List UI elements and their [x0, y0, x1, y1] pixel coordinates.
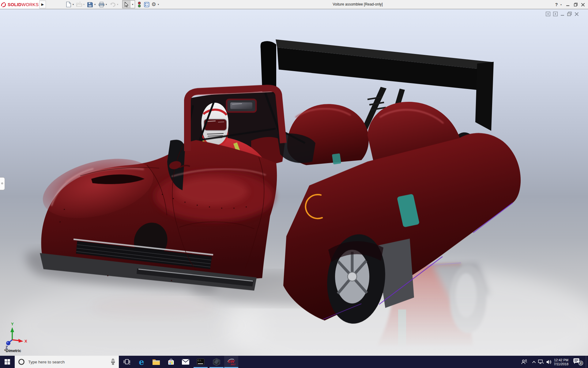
- file-explorer-button[interactable]: [149, 356, 163, 368]
- open-caret[interactable]: ▾: [83, 3, 85, 6]
- command-prompt-icon: C:\: [197, 358, 205, 366]
- sw-year: 2017: [231, 363, 236, 366]
- select-tool-caret[interactable]: ▾: [130, 1, 135, 8]
- triad-y-label: Y: [11, 322, 14, 326]
- print-caret[interactable]: ▾: [106, 3, 107, 6]
- close-icon: [581, 3, 585, 6]
- file-properties-button[interactable]: [143, 1, 150, 8]
- windows-logo-icon: [5, 359, 10, 365]
- print-icon: [99, 2, 104, 7]
- show-desktop-button[interactable]: [586, 356, 586, 368]
- tab-handle-dot: [1, 182, 3, 184]
- network-icon: [538, 359, 544, 365]
- triad-x-label: X: [24, 339, 27, 343]
- tray-overflow-button[interactable]: [531, 356, 537, 368]
- start-button[interactable]: [0, 356, 15, 368]
- view-orientation-label: *Dimetric: [4, 349, 21, 353]
- solidworks-logo: SOLIDWORKS: [0, 0, 39, 9]
- minimize-icon: [566, 3, 570, 6]
- people-button[interactable]: [520, 356, 529, 368]
- graphics-viewport[interactable]: Y X Z *Dimetric: [0, 9, 588, 356]
- restore-button[interactable]: [573, 1, 579, 8]
- volume-icon: [546, 359, 552, 365]
- task-view-icon: [123, 358, 130, 366]
- close-button[interactable]: [580, 1, 586, 8]
- close-document-icon[interactable]: [575, 12, 579, 16]
- undo-caret[interactable]: ▾: [117, 3, 118, 6]
- hexagon-app-button[interactable]: [209, 356, 224, 368]
- solidworks-app-button[interactable]: SW 2017: [224, 356, 238, 368]
- file-explorer-icon: [152, 358, 160, 365]
- dock-pane-right-button[interactable]: [553, 12, 558, 16]
- microphone-icon[interactable]: [110, 358, 116, 365]
- notification-count: 2: [580, 361, 582, 365]
- people-icon: [521, 359, 527, 365]
- window-title: Voiture assomblee [Read-only]: [333, 2, 383, 6]
- solidworks-logo-text: SOLIDWORKS: [8, 2, 39, 7]
- dock-pane-left-button[interactable]: [546, 12, 550, 16]
- cortana-icon: [18, 358, 25, 366]
- document-window-controls: [546, 12, 579, 16]
- options-caret[interactable]: ▾: [158, 3, 159, 6]
- windows-taskbar: e C:\: [0, 356, 588, 368]
- new-document-button[interactable]: [65, 1, 72, 8]
- feature-tree-collapsed-tab[interactable]: [0, 177, 5, 190]
- cmd-prompt-text: C:\: [198, 359, 202, 362]
- minimize-button[interactable]: [565, 1, 571, 8]
- hexagon-app-icon: [213, 358, 221, 366]
- save-caret[interactable]: ▾: [94, 3, 96, 6]
- action-center-button[interactable]: 2: [572, 356, 584, 368]
- select-cursor-icon: [124, 2, 129, 7]
- network-button[interactable]: [537, 356, 545, 368]
- new-document-caret[interactable]: ▾: [73, 3, 74, 6]
- rear-view-mirror: [227, 99, 256, 112]
- help-caret[interactable]: ▾: [560, 1, 563, 8]
- file-properties-icon: [144, 2, 149, 7]
- clock-time: 12:42 PM: [551, 358, 568, 362]
- task-view-button[interactable]: [120, 356, 134, 368]
- title-bar: SOLIDWORKS ▶ ▾ ▾ ▾: [0, 0, 588, 9]
- mail-button[interactable]: [179, 356, 193, 368]
- mail-icon: [182, 359, 190, 365]
- chevron-up-icon: [532, 361, 536, 363]
- save-floppy-icon: [87, 2, 93, 7]
- new-document-icon: [66, 2, 71, 7]
- sw-glyph: SW: [228, 359, 235, 364]
- tray-clock[interactable]: 12:42 PM 7/11/2018: [551, 356, 568, 368]
- save-button[interactable]: [87, 1, 93, 8]
- restore-document-icon[interactable]: [567, 12, 572, 16]
- edge-button[interactable]: e: [134, 356, 149, 368]
- edge-icon: e: [139, 358, 144, 366]
- restore-icon: [574, 3, 578, 6]
- help-button[interactable]: ?: [554, 1, 559, 8]
- taskbar-search[interactable]: [15, 356, 119, 368]
- rebuild-stoplight-button[interactable]: [136, 1, 143, 8]
- store-button[interactable]: [164, 356, 178, 368]
- select-tool-button[interactable]: ▾: [122, 0, 135, 8]
- open-folder-icon: [76, 2, 82, 7]
- clock-date: 7/11/2018: [551, 362, 568, 366]
- solidworks-app-icon: SW 2017: [227, 358, 236, 366]
- minimize-document-icon[interactable]: [560, 12, 564, 16]
- undo-arrow-icon: [110, 2, 116, 7]
- toolbar-flyout-button[interactable]: ▶: [39, 1, 46, 8]
- print-button[interactable]: [98, 1, 105, 8]
- open-button[interactable]: [76, 1, 83, 8]
- solidworks-logo-icon: [1, 2, 7, 7]
- action-center-icon: 2: [573, 358, 583, 366]
- undo-button[interactable]: [109, 1, 116, 8]
- search-input[interactable]: [28, 360, 102, 364]
- command-prompt-button[interactable]: C:\: [194, 356, 208, 368]
- car-model-render: [0, 9, 588, 356]
- store-icon: [167, 358, 175, 366]
- stoplight-icon: [138, 2, 141, 8]
- options-gear-button[interactable]: ⚙: [150, 1, 157, 8]
- gear-icon: ⚙: [151, 2, 156, 7]
